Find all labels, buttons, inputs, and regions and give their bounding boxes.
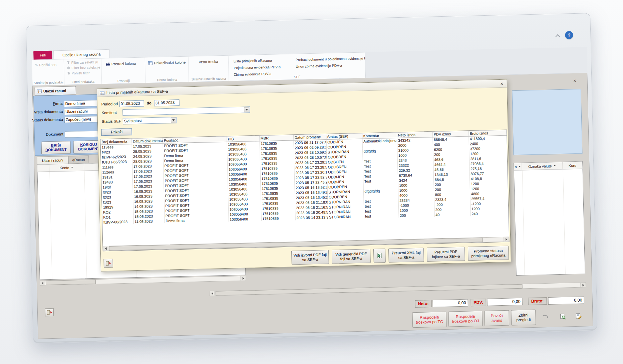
preview-document-button[interactable]	[556, 310, 570, 323]
komitent-combo[interactable]	[122, 106, 250, 116]
kurs-column-header[interactable]: Kurs	[563, 161, 582, 169]
preuzmi-pdf-button[interactable]: Preuzmi PDF fajlove sa SEF-a	[427, 247, 465, 262]
funnel-slash-icon	[67, 66, 70, 69]
unos-zbirne-evidencije-label: Unos zbirne evidencije PDV-a	[296, 63, 342, 68]
povezi-avans-button[interactable]: Poveži avans	[484, 310, 509, 326]
row-selector-header[interactable]	[37, 164, 49, 172]
prikazi-button[interactable]: Prikaži	[101, 128, 132, 136]
scroll-left-icon[interactable]	[40, 281, 45, 285]
dokument-field[interactable]	[65, 130, 100, 137]
oznaka-valute-column-header[interactable]: Oznaka valute	[522, 162, 563, 170]
form-icon	[37, 89, 42, 93]
grid-cell: 40	[434, 211, 470, 217]
clipped-sort-icon[interactable]	[519, 166, 521, 167]
left-grid-scroll-thumb[interactable]	[46, 280, 96, 285]
exit-door-icon	[47, 310, 52, 315]
vrsta-dokumenta-field[interactable]: Ulazni računi	[64, 108, 99, 115]
prikazi-sakri-kolone-button[interactable]: Prikazi/sakri kolone	[147, 60, 188, 65]
grid-cell: STORNIRAN	[328, 214, 364, 219]
tab-file[interactable]: File	[33, 51, 52, 60]
oznaka-valute-header-label: Oznaka valute	[528, 164, 552, 168]
zbirni-pregledi-button[interactable]: Zbirni pregledi	[511, 310, 536, 326]
firma-field[interactable]: Demo firma	[64, 100, 99, 107]
group-label-filteri: Filteri podataka	[64, 79, 101, 84]
dialog-exit-door-icon	[106, 261, 111, 266]
oznaka-valute-sort-icon[interactable]	[554, 165, 556, 166]
funnel-icon	[67, 61, 70, 64]
dialog-exit-button[interactable]	[103, 259, 113, 268]
pretrazi-kolonu-button[interactable]: Pretrazi kolonu	[105, 61, 145, 66]
ribbon-group-filteri: Filter za selekciju Filter bez selekcije…	[64, 58, 102, 85]
period-to-field[interactable]: 31.05.2023	[154, 99, 180, 106]
vidi-izvorni-pdf-button[interactable]: Vidi izvorni PDF fajl sa SEF-a	[291, 250, 329, 265]
ribbon-group-sifarnici: Vrsta troska Sifarnici ulaznih racuna	[189, 56, 229, 82]
bruto-label: Bruto:	[528, 297, 547, 305]
subtab-ulazni-racuni[interactable]: Ulazni racuni	[37, 156, 68, 164]
dokument-label: Dokument	[46, 132, 63, 136]
ponisti-filter-button: Poništi filter	[66, 70, 101, 75]
prikazi-sakri-kolone-label: Prikazi/sakri kolone	[154, 60, 186, 65]
raspodela-troskova-tc-button[interactable]: Raspodela troškova po TC	[412, 312, 446, 328]
valuta-grid-body[interactable]	[514, 169, 585, 275]
document-tab-ulazni-racuni[interactable]: Ulazni racuni	[35, 86, 76, 96]
status-sef-label: Status SEF	[102, 119, 121, 123]
period-from-field[interactable]: 01.05.2023	[119, 100, 144, 107]
filter-bez-selekcije-label: Filter bez selekcije	[71, 65, 100, 70]
subtab-eracun[interactable]: eRacun	[68, 155, 89, 163]
konto-header-label: Konto	[60, 165, 69, 170]
brisi-dokument-button[interactable]: BRIŠI DOKUMENT	[41, 141, 71, 154]
edit-document-button[interactable]	[572, 309, 585, 323]
konto-column-header[interactable]: Konto	[49, 164, 84, 171]
main-form: Ulazni racuni × Firma Demo firma Vrsta d…	[32, 73, 593, 339]
status-sef-value: Svi statusi	[124, 119, 142, 123]
dialog-scroll-left-icon[interactable]	[103, 246, 108, 251]
status-sef-combo[interactable]: Svi statusi	[123, 117, 177, 124]
help-icon[interactable]: ?	[565, 31, 573, 39]
exit-record-button[interactable]	[45, 308, 54, 317]
lista-primljenih-eracuna-button[interactable]: Lista primljenih eRacuna	[233, 57, 292, 63]
prebaci-dokument-button[interactable]: Prebaci dokument u pojedinacnu evidencij…	[295, 56, 371, 62]
document-tab-label: Ulazni racuni	[43, 89, 66, 93]
dialog-scroll-right-icon[interactable]	[504, 237, 509, 242]
pdv-value: 0,00	[487, 298, 522, 306]
firma-label: Firma	[53, 101, 63, 106]
clipped-header-label: n	[515, 164, 517, 168]
konto-sort-icon[interactable]	[71, 167, 73, 168]
clipped-column-header[interactable]: n	[514, 163, 522, 170]
ribbon-group-prikaz-kolona: Prikazi/sakri kolone Prikaz kolona	[145, 56, 189, 83]
status-dokumenta-field[interactable]: Započeti (novi)	[64, 116, 100, 123]
export-excel-button[interactable]	[373, 249, 386, 263]
neto-value: 0,00	[432, 299, 468, 307]
bruto-value: 0,00	[548, 296, 584, 304]
pretrazi-kolonu-label: Pretrazi kolonu	[111, 61, 136, 66]
eracun-dialog: Lista primljenih eRacuna sa SEF-a × Peri…	[97, 79, 511, 272]
ribbon-group-sortiranje: ⇅ Poništi sort Sortiranje podataka	[32, 59, 64, 85]
dialog-title: Lista primljenih eRacuna sa SEF-a	[106, 89, 168, 95]
preuzmi-xml-button[interactable]: Preuzmi XML fajl sa SEF-a	[388, 248, 424, 262]
form-horizontal-scrollbar[interactable]	[210, 282, 586, 296]
undo-icon	[543, 315, 549, 319]
lista-primljenih-eracuna-label: Lista primljenih eRacuna	[234, 58, 272, 63]
status-sef-dropdown-icon[interactable]	[171, 117, 176, 122]
komitent-dropdown-icon[interactable]	[244, 107, 249, 112]
pojedinacna-evidencija-pdv-button[interactable]: Pojedinacna evidencija PDV-a	[233, 64, 292, 70]
scroll-right-icon[interactable]	[241, 276, 246, 281]
form-scroll-left-icon[interactable]	[210, 291, 215, 296]
group-label-pronadji: Pronadji	[102, 78, 145, 83]
raspodela-troskova-oj-button[interactable]: Raspodela troškova po OJ	[448, 311, 483, 327]
dialog-close-icon[interactable]: ×	[499, 81, 505, 87]
ribbon-group-pronadji: Pretrazi kolonu Pronadji	[101, 57, 145, 84]
group-label-sifarnici: Sifarnici ulaznih racuna	[189, 77, 229, 81]
grid-cell: 11.05.2023	[133, 218, 165, 224]
collapse-ribbon-icon[interactable]	[556, 35, 560, 37]
promena-statusa-button[interactable]: Promena statusa primljenog eRacuna	[468, 246, 509, 261]
filter-za-selekciju-label: Filter za selekciju	[71, 60, 98, 65]
form-scroll-right-icon[interactable]	[580, 283, 585, 287]
grid-cell: test	[364, 213, 398, 219]
grid-cell: 103056408	[229, 216, 261, 222]
form-close-icon[interactable]: ×	[572, 78, 578, 84]
vidi-genericki-pdf-button[interactable]: Vidi generički PDF fajl sa SEF-a	[332, 249, 371, 264]
form-scroll-thumb[interactable]	[216, 284, 523, 296]
unos-zbirne-evidencije-button[interactable]: Unos zbirne evidencije PDV-a	[295, 62, 371, 69]
vrsta-troska-button[interactable]: Vrsta troska	[189, 59, 228, 65]
